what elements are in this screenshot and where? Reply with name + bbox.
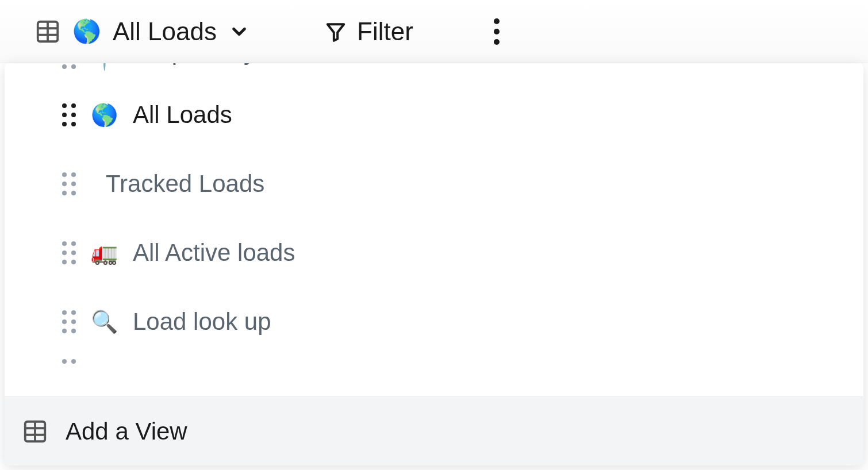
drag-handle-icon[interactable] [62, 172, 76, 195]
view-item-tracked-loads[interactable]: Tracked Loads [5, 149, 863, 218]
view-item-drop-today[interactable]: 📍 Drop Today [5, 63, 863, 80]
filter-button[interactable]: Filter [325, 17, 413, 46]
toolbar: 🌎 All Loads Filter [0, 0, 868, 63]
view-emoji: 🌎 [72, 18, 101, 45]
svg-marker-4 [328, 24, 344, 40]
view-item-load-look-up[interactable]: 🔍 Load look up [5, 287, 863, 356]
view-list: 📍 Drop Today 🌎 All Loads Tracked Loads 🚛… [5, 63, 863, 396]
more-options-button[interactable] [488, 13, 505, 51]
view-item-emoji: 🔍 [91, 309, 118, 334]
drag-handle-icon[interactable] [62, 103, 76, 126]
view-item-label: Tracked Loads [106, 170, 264, 198]
view-item-emoji: 📍 [91, 63, 118, 71]
add-view-label: Add a View [66, 418, 187, 445]
filter-icon [325, 21, 347, 43]
view-item-all-loads[interactable]: 🌎 All Loads [5, 80, 863, 149]
view-item-label: All Loads [133, 101, 232, 129]
view-item-label: Drop Today [133, 63, 256, 66]
view-item-all-active-loads[interactable]: 🚛 All Active loads [5, 218, 863, 287]
table-icon [34, 18, 61, 45]
drag-handle-icon[interactable] [62, 241, 76, 264]
view-item-emoji: 🌎 [91, 102, 118, 128]
chevron-down-icon [228, 21, 250, 43]
view-item-next[interactable] [5, 356, 863, 365]
view-selector-button[interactable]: 🌎 All Loads [34, 17, 250, 46]
view-item-label: Load look up [133, 308, 271, 336]
dots-vertical-icon [494, 18, 500, 24]
table-icon [22, 418, 48, 445]
drag-handle-icon[interactable] [62, 310, 76, 333]
add-view-button[interactable]: Add a View [5, 396, 863, 465]
drag-handle-icon[interactable] [62, 359, 76, 365]
view-name-label: All Loads [113, 17, 217, 46]
filter-label: Filter [357, 17, 413, 46]
view-item-label: All Active loads [133, 239, 295, 267]
view-item-emoji: 🚛 [91, 240, 118, 265]
view-switcher-dropdown: 📍 Drop Today 🌎 All Loads Tracked Loads 🚛… [5, 63, 863, 465]
drag-handle-icon[interactable] [62, 63, 76, 69]
